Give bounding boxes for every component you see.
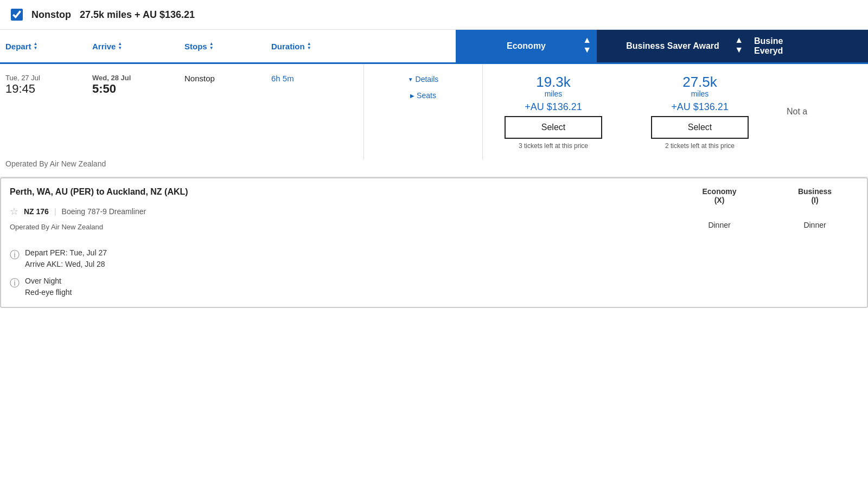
economy-price-cell: 19.3k miles +AU $136.21 Select 3 tickets…	[483, 64, 624, 159]
aircraft-type: Boeing 787-9 Dreamliner	[62, 207, 146, 216]
column-headers: Depart ▲▼ Arrive ▲▼ Stops ▲▼ Duration ▲▼…	[0, 30, 868, 64]
page-wrapper: Nonstop 27.5k miles + AU $136.21 Depart …	[0, 0, 868, 317]
details-label: Details	[416, 75, 439, 84]
depart-date: Tue, 27 Jul	[5, 74, 81, 82]
economy-header: Economy ▲▼	[456, 30, 597, 62]
business-class-title: Business (I)	[798, 187, 832, 204]
details-body: Perth, WA, AU (PER) to Auckland, NZ (AKL…	[1, 178, 867, 307]
seats-play-icon: ▶	[410, 93, 414, 99]
depart-sort-icon: ▲▼	[34, 42, 38, 50]
nonstop-label: Nonstop	[31, 9, 71, 21]
flight-row-container: Tue, 27 Jul 19:45 Wed, 28 Jul 5:50 Nonst…	[0, 64, 868, 177]
overnight-label: Over Night	[25, 275, 72, 287]
biz-everyday-not-available: Not a	[781, 97, 813, 126]
duration-cell: 6h 5m	[266, 64, 363, 159]
arrive-date: Wed, 28 Jul	[92, 74, 174, 82]
flight-info-line: ☆ NZ 176 | Boeing 787-9 Dreamliner	[10, 206, 667, 217]
duration-value: 6h 5m	[271, 74, 358, 83]
economy-class-title: Economy (X)	[702, 187, 736, 204]
stops-value: Nonstop	[184, 74, 260, 83]
details-button[interactable]: ▼ Details	[408, 75, 439, 84]
economy-select-button[interactable]: Select	[505, 116, 602, 139]
business-class-service: Dinner	[803, 221, 826, 229]
stops-header[interactable]: Stops ▲▼	[179, 30, 266, 62]
biz-saver-miles-label: miles	[691, 89, 709, 98]
depart-cell: Tue, 27 Jul 19:45	[0, 64, 87, 159]
biz-everyday-header: BusineEveryd	[749, 30, 868, 62]
main-content: Nonstop 27.5k miles + AU $136.21 Depart …	[0, 0, 868, 308]
biz-saver-sort-icon: ▲▼	[735, 35, 743, 55]
filter-bar: Nonstop 27.5k miles + AU $136.21	[0, 0, 868, 30]
details-dropdown-icon: ▼	[408, 76, 413, 82]
redeye-label: Red-eye flight	[25, 287, 72, 298]
arrive-akl-line: Arrive AKL: Wed, Jul 28	[25, 259, 107, 270]
operated-by-label: Operated By Air New Zealand	[5, 159, 106, 168]
biz-everyday-cell: Not a	[776, 64, 868, 159]
duration-sort-icon: ▲▼	[307, 42, 311, 50]
stops-sort-icon: ▲▼	[209, 42, 214, 50]
economy-miles-label: miles	[545, 89, 563, 98]
depart-per-line: Depart PER: Tue, Jul 27	[25, 247, 107, 259]
star-icon: ☆	[10, 206, 18, 217]
business-class-col: Business (I) Dinner	[771, 187, 858, 298]
biz-saver-select-button[interactable]: Select	[651, 116, 749, 139]
operated-by-detail: Operated By Air New Zealand	[10, 223, 667, 231]
economy-tickets-left: 3 tickets left at this price	[519, 142, 588, 150]
overnight-info-row: ⓘ Over Night Red-eye flight	[10, 275, 667, 298]
biz-saver-header: Business Saver Award ▲▼	[597, 30, 749, 62]
economy-class-service: Dinner	[708, 221, 730, 229]
operated-by-row: Operated By Air New Zealand	[0, 159, 868, 177]
arrive-time: 5:50	[92, 82, 174, 96]
duration-header[interactable]: Duration ▲▼	[266, 30, 363, 62]
depart-info-icon: ⓘ	[10, 248, 20, 261]
economy-price: +AU $136.21	[525, 101, 582, 113]
biz-saver-miles: 27.5k	[682, 74, 717, 91]
stops-cell: Nonstop	[179, 64, 266, 159]
pipe-separator: |	[54, 207, 56, 216]
depart-arrive-info-row: ⓘ Depart PER: Tue, Jul 27 Arrive AKL: We…	[10, 247, 667, 270]
details-seats-cell: ▼ Details ▶ Seats	[363, 64, 483, 159]
depart-arrive-text: Depart PER: Tue, Jul 27 Arrive AKL: Wed,…	[25, 247, 107, 270]
economy-class-col: Economy (X) Dinner	[676, 187, 763, 298]
depart-time: 19:45	[5, 82, 81, 96]
arrive-sort-icon: ▲▼	[118, 42, 122, 50]
seats-label: Seats	[417, 91, 436, 100]
arrive-header[interactable]: Arrive ▲▼	[87, 30, 179, 62]
details-expanded-panel: Perth, WA, AU (PER) to Auckland, NZ (AKL…	[0, 177, 868, 308]
biz-saver-price: +AU $136.21	[671, 101, 729, 113]
flight-data-row: Tue, 27 Jul 19:45 Wed, 28 Jul 5:50 Nonst…	[0, 64, 868, 159]
economy-sort-icon: ▲▼	[583, 35, 591, 55]
overnight-text: Over Night Red-eye flight	[25, 275, 72, 298]
arrive-cell: Wed, 28 Jul 5:50	[87, 64, 179, 159]
overnight-info-icon: ⓘ	[10, 277, 20, 290]
route-title: Perth, WA, AU (PER) to Auckland, NZ (AKL…	[10, 187, 667, 197]
biz-saver-tickets-left: 2 tickets left at this price	[665, 142, 735, 150]
detail-left-section: Perth, WA, AU (PER) to Auckland, NZ (AKL…	[10, 187, 667, 298]
seats-button[interactable]: ▶ Seats	[410, 91, 436, 100]
biz-everyday-label: BusineEveryd	[754, 36, 783, 56]
details-col-header	[363, 30, 456, 62]
economy-miles: 19.3k	[536, 74, 571, 91]
biz-saver-price-cell: 27.5k miles +AU $136.21 Select 2 tickets…	[624, 64, 776, 159]
depart-header[interactable]: Depart ▲▼	[0, 30, 87, 62]
filter-price: 27.5k miles + AU $136.21	[80, 9, 195, 21]
flight-number: NZ 176	[24, 207, 49, 216]
nonstop-checkbox[interactable]	[11, 9, 23, 21]
